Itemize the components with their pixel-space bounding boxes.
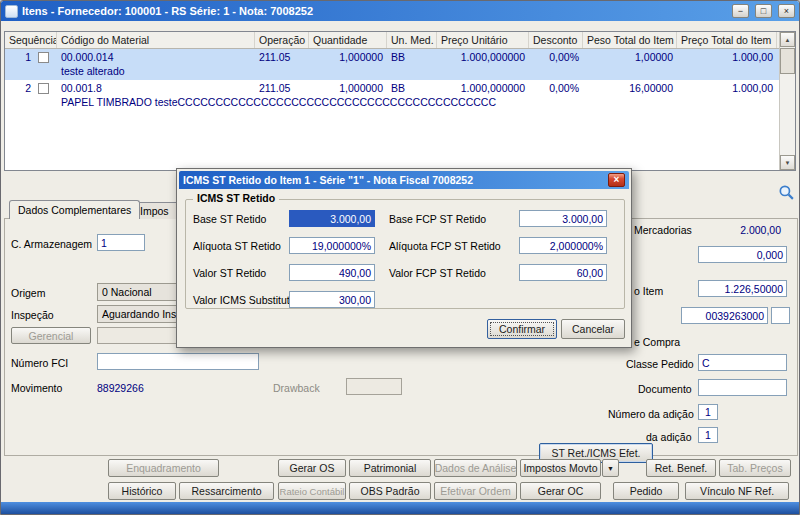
cell-peso-total: 1,00000 <box>583 51 677 63</box>
pedido-button[interactable]: Pedido <box>613 482 679 500</box>
cell-operacao: 211.05 <box>255 51 309 63</box>
column-header-preco-unitario[interactable]: Preço Unitário <box>437 32 529 48</box>
drawback-input <box>346 378 402 395</box>
item-input[interactable]: 1.226,50000 <box>698 280 787 297</box>
cell-codigo: 00.000.014 <box>57 51 255 63</box>
confirmar-button[interactable]: Confirmar <box>487 319 557 339</box>
vinculo-nf-ref-button[interactable]: Vínculo NF Ref. <box>685 482 789 500</box>
column-header-desconto[interactable]: Desconto <box>529 32 583 48</box>
scrollbar-thumb[interactable] <box>780 48 795 74</box>
window-titlebar[interactable]: Itens - Fornecedor: 100001 - RS Série: 1… <box>1 1 799 21</box>
aliquota-fcp-st-retido-label: Alíquota FCP ST Retido <box>389 240 501 252</box>
armazenagem-label: C. Armazenagem <box>11 238 92 250</box>
impostos-movto-dropdown-button[interactable]: ▼ <box>602 459 619 477</box>
cell-descricao: teste alterado <box>5 65 779 80</box>
column-header-sequencia[interactable]: Sequência <box>5 32 57 48</box>
valor-st-retido-input[interactable]: 490,00 <box>289 264 375 281</box>
column-header-codigo[interactable]: Código do Material <box>57 32 255 48</box>
numero-fci-label: Número FCI <box>11 357 68 369</box>
patrimonial-button[interactable]: Patrimonial <box>349 459 431 477</box>
cell-operacao: 211.05 <box>255 82 309 94</box>
minimize-button[interactable]: − <box>732 4 749 18</box>
valor-fcp-st-retido-input[interactable]: 60,00 <box>519 264 607 281</box>
codigo-sufixo-input[interactable] <box>771 307 790 324</box>
inspecao-label: Inspeção <box>11 309 54 321</box>
gerar-os-button[interactable]: Gerar OS <box>278 459 346 477</box>
window-title: Itens - Fornecedor: 100001 - RS Série: 1… <box>22 5 726 17</box>
gerencial-button: Gerencial <box>11 327 91 344</box>
numero-adicao-input[interactable]: 1 <box>698 404 718 420</box>
base-fcp-st-retido-label: Base FCP ST Retido <box>389 213 486 225</box>
movimento-value: 88929266 <box>97 382 144 394</box>
ret-benef-button[interactable]: Ret. Benef. <box>646 459 716 477</box>
column-header-operacao[interactable]: Operação <box>255 32 309 48</box>
column-header-peso-total[interactable]: Peso Total do Item <box>583 32 677 48</box>
armazenagem-input[interactable]: 1 <box>97 234 145 251</box>
grid-scrollbar[interactable]: ▲ ▼ <box>779 32 795 170</box>
scroll-up-button[interactable]: ▲ <box>780 32 795 47</box>
classe-pedido-input[interactable]: C <box>698 354 787 371</box>
seq-adicao-input[interactable]: 1 <box>698 427 718 443</box>
base-fcp-st-retido-input[interactable]: 3.000,00 <box>519 210 607 227</box>
grid-header: Sequência Código do Material Operação Qu… <box>5 32 779 49</box>
table-row[interactable]: 1 00.000.014 211.05 1,000000 BB 1.000,00… <box>5 49 779 80</box>
zoom-icon[interactable] <box>778 184 795 201</box>
column-header-quantidade[interactable]: Quantidade <box>309 32 387 48</box>
cell-descricao: PAPEL TIMBRADO testeCCCCCCCCCCCCCCCCCCCC… <box>5 96 779 111</box>
numero-fci-input[interactable] <box>97 353 259 370</box>
impostos-movto-button[interactable]: Impostos Movto <box>520 459 601 477</box>
window-icon <box>5 5 18 18</box>
obs-padrao-button[interactable]: OBS Padrão <box>349 482 431 500</box>
dados-de-analise-button: Dados de Análise <box>434 459 517 477</box>
dialog-close-icon: × <box>614 175 620 185</box>
documento-input[interactable] <box>698 379 787 396</box>
dialog-close-button[interactable]: × <box>608 173 625 187</box>
column-header-unmed[interactable]: Un. Med. <box>387 32 437 48</box>
tab-dados-complementares[interactable]: Dados Complementares <box>9 200 140 219</box>
cell-preco-unitario: 1.000,000000 <box>437 82 529 94</box>
row-checkbox[interactable] <box>38 83 49 94</box>
valor2-input[interactable]: 0,000 <box>698 246 787 263</box>
status-bar <box>1 502 799 514</box>
ressarcimento-button[interactable]: Ressarcimento <box>179 482 274 500</box>
historico-button[interactable]: Histórico <box>108 482 176 500</box>
aliquota-st-retido-input[interactable]: 19,000000% <box>289 237 375 254</box>
groupbox-title: ICMS ST Retido <box>193 192 279 204</box>
cell-sequencia: 1 <box>25 51 31 63</box>
gerar-oc-button[interactable]: Gerar OC <box>520 482 601 500</box>
dialog-title: ICMS ST Retido do Item 1 - Série "1" - N… <box>183 174 608 186</box>
cancelar-button[interactable]: Cancelar <box>561 319 625 339</box>
minimize-icon: − <box>738 7 743 16</box>
enquadramento-button: Enquadramento <box>108 459 219 477</box>
seq-adicao-label: da adição <box>646 431 692 443</box>
row-checkbox[interactable] <box>38 52 49 63</box>
cell-peso-total: 16,00000 <box>583 82 677 94</box>
dropdown-arrow-icon: ▼ <box>607 465 614 472</box>
maximize-button[interactable]: □ <box>755 4 772 18</box>
cell-preco-total: 1.000,00 <box>677 51 777 63</box>
cell-desconto: 0,00% <box>529 51 583 63</box>
base-st-retido-input[interactable]: 3.000,00 <box>289 210 375 227</box>
app-window: Itens - Fornecedor: 100001 - RS Série: 1… <box>0 0 800 515</box>
cell-unmed: BB <box>387 51 437 63</box>
dialog-titlebar[interactable]: ICMS ST Retido do Item 1 - Série "1" - N… <box>179 171 629 189</box>
mercadorias-value: 2.000,00 <box>701 224 781 236</box>
valor-st-retido-label: Valor ST Retido <box>193 267 266 279</box>
table-row[interactable]: 2 00.001.8 211.05 1,000000 BB 1.000,0000… <box>5 80 779 111</box>
scroll-down-icon: ▼ <box>785 160 791 166</box>
codigo-input[interactable]: 0039263000 <box>681 307 768 324</box>
compra-label: e Compra <box>634 336 680 348</box>
column-header-preco-total[interactable]: Preço Total do Item <box>677 32 777 48</box>
base-st-retido-label: Base ST Retido <box>193 213 266 225</box>
valor-icms-substituto-label: Valor ICMS Substituto <box>193 294 296 306</box>
efetivar-ordem-button: Efetivar Ordem <box>434 482 517 500</box>
scroll-up-icon: ▲ <box>785 37 791 43</box>
origem-label: Origem <box>11 287 45 299</box>
close-button[interactable]: × <box>778 4 795 18</box>
tab-precos-button: Tab. Preços <box>719 459 791 477</box>
cell-preco-unitario: 1.000,000000 <box>437 51 529 63</box>
valor-icms-substituto-input[interactable]: 300,00 <box>289 291 375 308</box>
aliquota-fcp-st-retido-input[interactable]: 2,000000% <box>519 237 607 254</box>
scroll-down-button[interactable]: ▼ <box>780 155 795 170</box>
cell-unmed: BB <box>387 82 437 94</box>
